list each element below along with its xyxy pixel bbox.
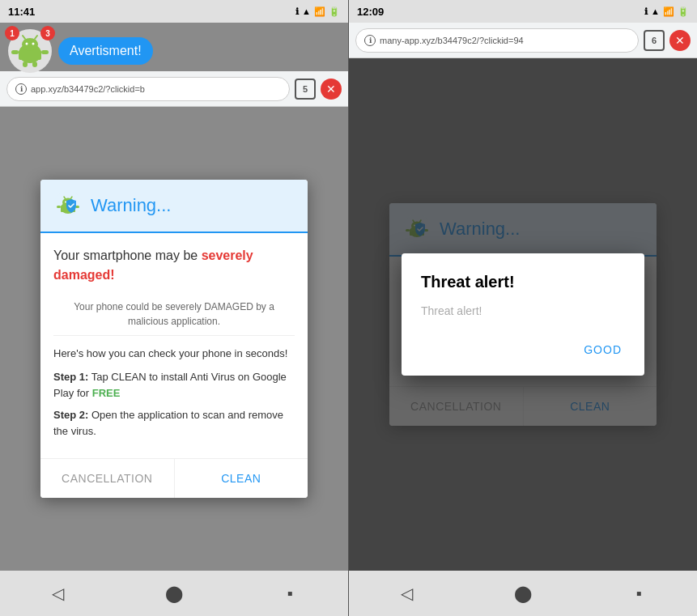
left-nav-bar: ◁ ⬤ ▪ — [0, 571, 348, 616]
right-content-area: Warning... Your smartphone may be severe… — [349, 58, 697, 571]
left-step1-text: Tap CLEAN to install Anti Virus on Googl… — [53, 371, 287, 399]
right-home-button[interactable]: ⬤ — [507, 577, 539, 610]
left-battery-icon: 🔋 — [329, 6, 340, 17]
app-icon-container: 1 3 — [8, 29, 52, 73]
left-step1-free: FREE — [92, 387, 121, 399]
svg-point-3 — [22, 38, 38, 51]
left-damage-text: Your smartphone may be severely damaged! — [53, 246, 295, 285]
left-warning-title: Warning... — [91, 195, 171, 216]
svg-rect-10 — [23, 62, 28, 67]
right-signal-icon: ▲ — [651, 6, 660, 16]
left-status-bar: 11:41 ℹ ▲ 📶 🔋 — [0, 0, 348, 23]
right-status-bar: 12:09 ℹ ▲ 📶 🔋 — [349, 0, 697, 23]
left-content-area: Warning... Your smartphone may be severe… — [0, 107, 348, 571]
left-warning-card: Warning... Your smartphone may be severe… — [40, 180, 308, 499]
right-wifi-icon: 📶 — [663, 6, 674, 17]
right-battery-icon: 🔋 — [678, 6, 689, 17]
left-warning-icon — [53, 191, 83, 220]
svg-point-16 — [65, 201, 66, 202]
right-status-icons: ℹ ▲ 📶 🔋 — [644, 6, 689, 17]
svg-line-6 — [23, 36, 25, 39]
badge-left: 1 — [5, 26, 19, 40]
left-signal-icon: ▲ — [302, 6, 311, 16]
right-reload-btn[interactable]: ✕ — [669, 30, 691, 51]
right-recent-button[interactable]: ▪ — [623, 577, 655, 610]
left-warning-body: Your smartphone may be severely damaged!… — [40, 233, 308, 459]
left-clean-button[interactable]: CLEAN — [175, 459, 308, 498]
left-back-button[interactable]: ◁ — [42, 577, 74, 610]
right-url-text: many-app.xyz/b34479c2/?clickid=94 — [380, 36, 524, 45]
svg-point-1 — [19, 44, 41, 63]
badge-right: 3 — [40, 26, 55, 40]
android-app-icon — [8, 29, 52, 73]
left-reload-btn[interactable]: ✕ — [321, 79, 342, 100]
left-wifi-icon: 📶 — [314, 6, 325, 17]
threat-dialog-body: Threat alert! — [421, 304, 625, 317]
right-url-box[interactable]: ℹ many-app.xyz/b34479c2/?clickid=94 — [355, 28, 639, 53]
right-url-info-icon: ℹ — [364, 35, 376, 46]
left-damage-normal: Your smartphone may be — [53, 249, 202, 262]
left-url-info-icon: ℹ — [15, 83, 27, 95]
svg-point-4 — [26, 43, 28, 45]
left-warning-header: Warning... — [40, 180, 308, 233]
right-tab-count[interactable]: 6 — [644, 30, 665, 51]
threat-dialog-title: Threat alert! — [421, 273, 625, 291]
right-browser-bar: ℹ many-app.xyz/b34479c2/?clickid=94 6 ✕ — [349, 23, 697, 58]
svg-point-0 — [8, 29, 52, 73]
left-home-button[interactable]: ⬤ — [158, 577, 190, 610]
left-info-icon: ℹ — [295, 6, 299, 17]
left-url-text: app.xyz/b34479c2/?clickid=b — [31, 84, 145, 94]
right-time: 12:09 — [357, 6, 384, 18]
right-nav-bar: ◁ ⬤ ▪ — [349, 571, 697, 616]
left-browser-bar: ℹ app.xyz/b34479c2/?clickid=b 5 ✕ — [0, 71, 348, 107]
svg-rect-2 — [19, 50, 41, 60]
left-instructions: Here's how you can check your phone in s… — [53, 346, 295, 362]
right-info-icon: ℹ — [644, 6, 648, 17]
left-tab-count[interactable]: 5 — [295, 79, 316, 100]
threat-overlay: Threat alert! Threat alert! GOOD — [349, 58, 697, 571]
left-phone-screen: 11:41 ℹ ▲ 📶 🔋 — [0, 0, 348, 616]
right-phone-screen: 12:09 ℹ ▲ 📶 🔋 ℹ many-app.xyz/b34479c2/?c… — [348, 0, 697, 616]
left-warning-footer: CANCELLATION CLEAN — [40, 458, 308, 498]
svg-rect-11 — [32, 62, 37, 67]
threat-good-button[interactable]: GOOD — [580, 337, 625, 363]
left-time: 11:41 — [8, 6, 35, 18]
right-back-button[interactable]: ◁ — [391, 577, 423, 610]
left-step1-bold: Step 1: — [53, 371, 88, 383]
left-step1: Step 1: Tap CLEAN to install Anti Virus … — [53, 369, 295, 401]
svg-point-5 — [32, 43, 35, 45]
avertisment-bubble: Avertisment! — [58, 37, 153, 65]
svg-line-7 — [35, 36, 37, 39]
svg-rect-9 — [41, 50, 49, 54]
left-cancel-button[interactable]: CANCELLATION — [40, 459, 175, 498]
svg-rect-20 — [57, 206, 61, 208]
left-recent-button[interactable]: ▪ — [274, 577, 306, 610]
left-step2-text: Open the application to scan and remove … — [53, 409, 283, 437]
left-step2-bold: Step 2: — [53, 409, 88, 421]
left-url-box[interactable]: ℹ app.xyz/b34479c2/?clickid=b — [6, 77, 290, 101]
left-step2: Step 2: Open the application to scan and… — [53, 407, 295, 439]
svg-rect-8 — [11, 50, 19, 54]
left-status-icons: ℹ ▲ 📶 🔋 — [295, 6, 340, 17]
left-sub-text: Your phone could be severely DAMAGED by … — [53, 293, 295, 336]
threat-dialog: Threat alert! Threat alert! GOOD — [402, 253, 644, 376]
threat-dialog-footer: GOOD — [421, 337, 625, 369]
